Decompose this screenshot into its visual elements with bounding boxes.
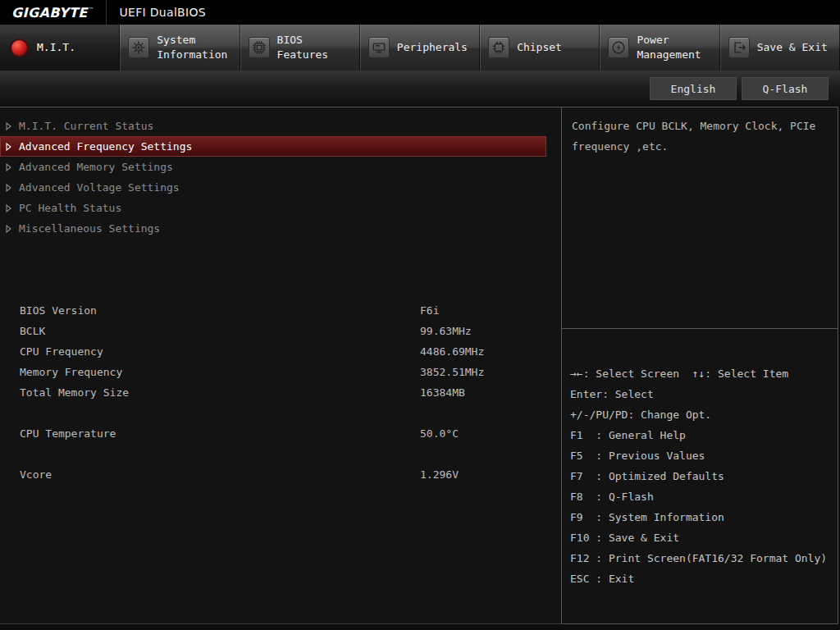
peripherals-icon — [368, 37, 390, 58]
menu-item[interactable]: Advanced Memory Settings — [0, 157, 561, 177]
status-value: 4486.69MHz — [420, 341, 484, 362]
key-help-line: →←: Select Screen ↑↓: Select Item — [570, 363, 829, 384]
menu-item[interactable]: PC Health Status — [0, 198, 561, 218]
tab-label: Chipset — [517, 40, 562, 55]
power-icon — [608, 37, 629, 58]
settings-panel: M.I.T. Current StatusAdvanced Frequency … — [0, 107, 561, 624]
status-list: BIOS VersionF6iBCLK99.63MHzCPU Frequency… — [0, 300, 561, 485]
brand-trademark: ™ — [89, 7, 94, 13]
key-help-list: →←: Select Screen ↑↓: Select ItemEnter: … — [562, 329, 838, 589]
status-value: 50.0°C — [420, 423, 459, 444]
status-label: Total Memory Size — [20, 382, 129, 403]
app-title: UEFI DualBIOS — [120, 6, 206, 19]
key-help-line: F9 : System Information — [570, 507, 829, 527]
status-value: F6i — [420, 300, 439, 321]
key-help-line: F12 : Print Screen(FAT16/32 Format Only) — [570, 548, 829, 568]
status-row: BIOS VersionF6i — [0, 300, 561, 321]
tab-save-exit[interactable]: Save & Exit — [720, 25, 840, 71]
menu-item[interactable]: Advanced Voltage Settings — [0, 177, 561, 198]
chipset-icon — [488, 37, 509, 58]
tab-bar: M.I.T.System InformationBIOS FeaturesPer… — [0, 25, 840, 71]
status-row: Memory Frequency3852.51MHz — [0, 362, 561, 382]
tab-label: Power Management — [637, 33, 714, 62]
settings-menu: M.I.T. Current StatusAdvanced Frequency … — [0, 116, 561, 239]
tab-label: Save & Exit — [757, 40, 828, 55]
menu-item-label: PC Health Status — [19, 202, 121, 214]
status-row: Total Memory Size16384MB — [0, 382, 561, 403]
status-label: Vcore — [20, 464, 52, 485]
key-help-line: ESC : Exit — [570, 568, 829, 589]
status-group: BIOS VersionF6iBCLK99.63MHzCPU Frequency… — [0, 300, 561, 403]
language-button[interactable]: English — [650, 77, 737, 100]
gear-icon — [128, 37, 149, 58]
key-help-line: F10 : Save & Exit — [570, 527, 829, 548]
tab-label: BIOS Features — [277, 33, 354, 62]
main-area: M.I.T. Current StatusAdvanced Frequency … — [0, 107, 840, 624]
status-row: BCLK99.63MHz — [0, 321, 561, 341]
help-panel: Configure CPU BCLK, Memory Clock, PCIe f… — [561, 107, 838, 624]
menu-item[interactable]: Miscellaneous Settings — [0, 218, 561, 239]
status-group: Vcore1.296V — [0, 464, 561, 485]
status-label: CPU Frequency — [20, 341, 103, 362]
key-help-line: F7 : Optimized Defaults — [570, 466, 829, 486]
tab-label: M.I.T. — [37, 40, 75, 55]
menu-item-label: Advanced Frequency Settings — [19, 140, 192, 153]
brand-text: GIGABYTE — [11, 5, 88, 21]
menu-item[interactable]: Advanced Frequency Settings — [0, 136, 546, 157]
status-group: CPU Temperature50.0°C — [0, 423, 561, 444]
tab-chipset[interactable]: Chipset — [480, 25, 600, 71]
status-label: BCLK — [20, 321, 45, 341]
expand-arrow-icon — [6, 204, 11, 212]
menu-item-label: Miscellaneous Settings — [19, 222, 160, 235]
status-value: 3852.51MHz — [420, 362, 484, 382]
qflash-button[interactable]: Q-Flash — [742, 77, 829, 100]
key-help-line: +/-/PU/PD: Change Opt. — [570, 404, 829, 425]
menu-item-label: Advanced Voltage Settings — [19, 181, 180, 194]
status-row: Vcore1.296V — [0, 464, 561, 485]
expand-arrow-icon — [6, 163, 11, 171]
save-exit-icon — [728, 37, 750, 58]
status-value: 16384MB — [420, 382, 465, 403]
menu-item[interactable]: M.I.T. Current Status — [0, 116, 561, 136]
status-row: CPU Temperature50.0°C — [0, 423, 561, 444]
item-help-text: Configure CPU BCLK, Memory Clock, PCIe f… — [562, 107, 838, 329]
expand-arrow-icon — [6, 143, 11, 151]
status-label: BIOS Version — [20, 300, 97, 321]
expand-arrow-icon — [6, 225, 11, 233]
status-label: Memory Frequency — [20, 362, 122, 382]
tab-mit[interactable]: M.I.T. — [0, 25, 120, 71]
bios-screen: GIGABYTE ™ UEFI DualBIOS M.I.T.System In… — [0, 0, 840, 630]
tab-peripherals[interactable]: Peripherals — [360, 25, 480, 71]
tab-bios-features[interactable]: BIOS Features — [240, 25, 360, 71]
topbar-divider — [106, 0, 107, 25]
menu-item-label: M.I.T. Current Status — [19, 120, 153, 132]
bios-chip-icon — [249, 37, 270, 58]
sub-bar: English Q-Flash — [0, 71, 840, 107]
status-label: CPU Temperature — [20, 423, 116, 444]
key-help-line: F5 : Previous Values — [570, 445, 829, 466]
top-bar: GIGABYTE ™ UEFI DualBIOS — [0, 0, 840, 25]
expand-arrow-icon — [6, 184, 11, 192]
expand-arrow-icon — [6, 122, 11, 130]
brand-logo: GIGABYTE ™ — [0, 0, 106, 25]
status-value: 1.296V — [420, 464, 459, 485]
tab-system-information[interactable]: System Information — [120, 25, 240, 71]
status-value: 99.63MHz — [420, 321, 472, 341]
tab-label: System Information — [157, 33, 234, 62]
key-help-line: F1 : General Help — [570, 425, 829, 445]
status-row: CPU Frequency4486.69MHz — [0, 341, 561, 362]
key-help-line: Enter: Select — [570, 384, 829, 404]
mit-ball-icon — [8, 37, 30, 58]
tab-power-management[interactable]: Power Management — [600, 25, 719, 71]
key-help-line: F8 : Q-Flash — [570, 486, 829, 507]
tab-label: Peripherals — [397, 40, 468, 55]
menu-item-label: Advanced Memory Settings — [19, 161, 173, 173]
